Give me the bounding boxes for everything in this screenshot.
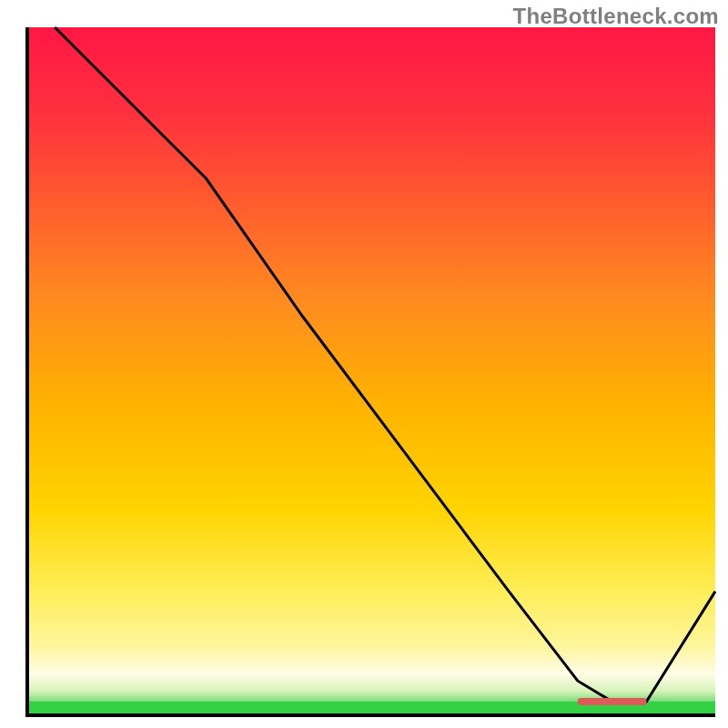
- chart-container: TheBottleneck.com: [0, 0, 728, 728]
- plot-background: [27, 27, 715, 715]
- optimal-marker: [578, 698, 647, 705]
- bottleneck-chart: [0, 0, 728, 728]
- watermark-text: TheBottleneck.com: [513, 4, 719, 29]
